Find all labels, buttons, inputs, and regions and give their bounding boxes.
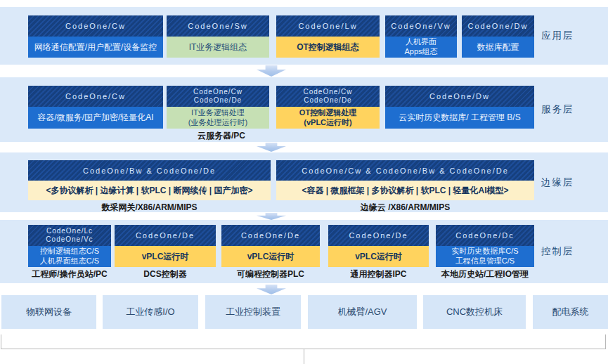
box-body: 人机界面 Apps组态 — [385, 37, 457, 58]
box-header: CodeOne/De — [115, 225, 216, 246]
arch-box-app-lw: CodeOne/Lw OT控制逻辑组态 — [276, 15, 380, 58]
arch-box-app-cw: CodeOne/Cw 网络通信配置/用户配置/设备监控 — [28, 15, 163, 58]
application-layer-band: CodeOne/Cw 网络通信配置/用户配置/设备监控 CodeOne/Sw I… — [0, 7, 608, 65]
down-arrow-icon — [257, 143, 286, 152]
box-header: CodeOne/De — [328, 225, 429, 246]
service-layer-band: CodeOne/Cw 容器/微服务/国产加密/轻量化AI CodeOne/Cw … — [0, 77, 608, 142]
box-body: OT控制逻辑组态 — [276, 37, 380, 58]
down-arrow-icon — [257, 285, 286, 294]
hardware-label-history-station: 本地历史站/工程IO管理 — [427, 268, 543, 280]
box-header: CodeOne/Dc — [436, 225, 534, 246]
bottom-frame — [1, 334, 606, 349]
box-header: CodeOne/Bw & CodeOne/De — [28, 160, 271, 181]
connector-line — [304, 349, 304, 364]
arch-box-ctrl-station: CodeOne/Lc CodeOne/Vc 控制逻辑组态C/S 人机界面组态C/… — [28, 225, 111, 267]
device-box-industrial-control: 工业控制装置 — [205, 295, 301, 329]
arch-box-ctrl-plc: CodeOne/De vPLC运行时 — [221, 225, 320, 267]
device-box-cnc: CNC数控机床 — [423, 295, 526, 329]
down-arrow-icon — [257, 65, 286, 77]
arch-box-app-vw: CodeOne/Vw 人机界面 Apps组态 — [385, 15, 457, 58]
box-header: CodeOne/Cw — [28, 86, 163, 107]
hardware-label-cloud-server: 云服务器/PC — [167, 130, 276, 142]
box-header: CodeOne/Cw CodeOne/De — [167, 86, 269, 107]
layer-label-control: 控制层 — [541, 220, 604, 283]
box-body: vPLC运行时 — [221, 246, 320, 267]
box-body: 容器/微服务/国产加密/轻量化AI — [28, 107, 163, 129]
arch-box-ctrl-history: CodeOne/Dc 实时历史数据库C/S 工程信息管理C/S — [436, 225, 534, 267]
device-box-power-distribution: 配电系统 — [533, 295, 608, 329]
box-body: IT业务逻辑组态 — [167, 37, 269, 58]
arch-box-svc-ot: CodeOne/Cw CodeOne/De OT控制逻辑处理 (vPLC运行时) — [276, 86, 380, 129]
box-body: 实时历史数据库C/S 工程信息管理C/S — [436, 246, 534, 267]
arch-box-ctrl-ipc: CodeOne/De vPLC运行时 — [328, 225, 429, 267]
layer-label-edge: 边缘层 — [541, 152, 604, 212]
box-body: <多协议解析 | 边缘计算 | 软PLC | 断网续传 | 国产加密> — [28, 181, 271, 200]
hardware-label-ipc: 通用控制器IPC — [328, 268, 429, 280]
control-layer-band: CodeOne/Lc CodeOne/Vc 控制逻辑组态C/S 人机界面组态C/… — [0, 220, 608, 283]
arch-box-svc-it: CodeOne/Cw CodeOne/De IT业务逻辑处理 (业务处理运行时) — [167, 86, 269, 129]
hardware-label-plc: 可编程控制器PLC — [211, 268, 330, 280]
down-arrow-icon — [257, 213, 286, 220]
layer-label-application: 应用层 — [541, 7, 604, 65]
box-header: CodeOne/Dw — [385, 86, 534, 107]
box-body: vPLC运行时 — [115, 246, 216, 267]
box-body: IT业务逻辑处理 (业务处理运行时) — [167, 107, 269, 129]
arch-box-app-sw: CodeOne/Sw IT业务逻辑组态 — [167, 15, 269, 58]
arch-box-edge-gateway: CodeOne/Bw & CodeOne/De <多协议解析 | 边缘计算 | … — [28, 160, 271, 200]
arch-box-edge-cloud: CodeOne/Cw & CodeOne/Bw & CodeOne/De <容器… — [276, 160, 534, 200]
box-body: 网络通信配置/用户配置/设备监控 — [28, 37, 163, 58]
arch-box-app-dw: CodeOne/Dw 数据库配置 — [462, 15, 534, 58]
hardware-label-gateway: 数采网关/X86/ARM/MIPS — [28, 202, 271, 214]
box-body: 数据库配置 — [462, 37, 534, 58]
device-box-robot-agv: 机械臂/AGV — [308, 295, 417, 329]
box-body: <容器 | 微服框架 | 多协议解析 | 软PLC | 轻量化AI模型> — [276, 181, 534, 200]
device-box-iot: 物联网设备 — [1, 295, 96, 329]
box-body: 控制逻辑组态C/S 人机界面组态C/S — [28, 246, 111, 267]
box-header: CodeOne/Dw — [462, 15, 534, 37]
box-header: CodeOne/Cw — [28, 15, 163, 37]
arch-box-svc-cw: CodeOne/Cw 容器/微服务/国产加密/轻量化AI — [28, 86, 163, 129]
arch-box-ctrl-dcs: CodeOne/De vPLC运行时 — [115, 225, 216, 267]
box-header: CodeOne/De — [221, 225, 320, 246]
box-body: OT控制逻辑处理 (vPLC运行时) — [276, 107, 380, 129]
device-box-sensor-io: 工业传感I/O — [103, 295, 198, 329]
box-header: CodeOne/Vw — [385, 15, 457, 37]
box-header: CodeOne/Lc CodeOne/Vc — [28, 225, 111, 246]
box-header: CodeOne/Lw — [276, 15, 380, 37]
edge-layer-band: CodeOne/Bw & CodeOne/De <多协议解析 | 边缘计算 | … — [0, 152, 608, 212]
hardware-label-engineer-station: 工程师/操作员站/PC — [11, 268, 129, 280]
box-header: CodeOne/Cw & CodeOne/Bw & CodeOne/De — [276, 160, 534, 181]
arch-box-svc-dw: CodeOne/Dw 云实时历史数据库/ 工程管理 B/S — [385, 86, 534, 129]
box-header: CodeOne/Sw — [167, 15, 269, 37]
box-body: 云实时历史数据库/ 工程管理 B/S — [385, 107, 534, 129]
box-header: CodeOne/Cw CodeOne/De — [276, 86, 380, 107]
layer-label-service: 服务层 — [541, 77, 604, 142]
hardware-label-dcs: DCS控制器 — [115, 268, 216, 280]
hardware-label-edge-cloud: 边缘云 /X86/ARM/MIPS — [276, 202, 534, 214]
box-body: vPLC运行时 — [328, 246, 429, 267]
architecture-diagram: CodeOne/Cw 网络通信配置/用户配置/设备监控 CodeOne/Sw I… — [0, 0, 608, 364]
